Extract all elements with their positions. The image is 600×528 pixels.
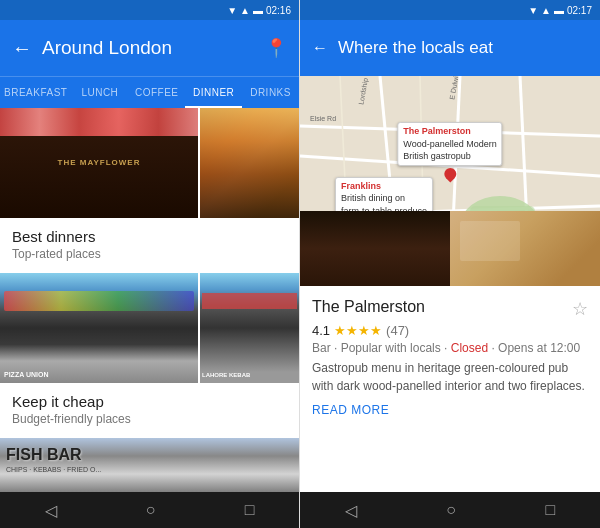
franklins-name: Franklins <box>341 180 427 193</box>
right-panel: ▼ ▲ ▬ 02:17 ← Where the locals eat <box>300 0 600 528</box>
read-more-button[interactable]: Read more <box>312 403 588 417</box>
keep-it-cheap-subtitle: Budget-friendly places <box>12 412 287 426</box>
right-status-icons: ▼ ▲ ▬ 02:17 <box>528 5 592 16</box>
map-area[interactable]: Elsie Rd Lordship E Dulwich Rd E Dulwich… <box>300 76 600 286</box>
fish-bar-images: FISH BAR CHIPS · KEBABS · FRIED O... <box>0 438 299 492</box>
bookmark-icon[interactable]: ☆ <box>572 298 588 320</box>
fish-bar-image: FISH BAR CHIPS · KEBABS · FRIED O... <box>0 438 299 492</box>
right-nav-back-icon[interactable]: ◁ <box>345 501 357 520</box>
rating-number: 4.1 <box>312 323 330 338</box>
best-dinners-title: Best dinners <box>12 228 287 245</box>
tab-lunch[interactable]: LUNCH <box>71 77 128 108</box>
map-image-left <box>300 211 450 286</box>
left-status-icons: ▼ ▲ ▬ 02:16 <box>227 5 291 16</box>
left-back-button[interactable]: ← <box>12 37 32 60</box>
location-pin-icon[interactable]: 📍 <box>265 37 287 59</box>
left-bottom-nav: ◁ ○ □ <box>0 492 299 528</box>
right-wifi-icon: ▲ <box>541 5 551 16</box>
right-signal-icon: ▼ <box>528 5 538 16</box>
tab-coffee[interactable]: COFFEE <box>128 77 185 108</box>
best-dinners-text: Best dinners Top-rated places <box>0 218 299 271</box>
tab-drinks[interactable]: DRINKS <box>242 77 299 108</box>
card-title: The Palmerston <box>312 298 425 316</box>
palmerston-label: The Palmerston Wood-panelled ModernBriti… <box>397 122 502 166</box>
left-nav-square-icon[interactable]: □ <box>245 501 255 519</box>
keep-it-cheap-section[interactable]: PIZZA UNION LAHORE KEBAB Keep it cheap B… <box>0 273 299 436</box>
left-header: ← Around London 📍 <box>0 20 299 76</box>
left-panel: ▼ ▲ ▬ 02:16 ← Around London 📍 BREAKFAST … <box>0 0 300 528</box>
right-back-button[interactable]: ← <box>312 39 328 57</box>
map-bottom-image <box>300 211 600 286</box>
card-title-row: The Palmerston ☆ <box>312 298 588 320</box>
tab-dinner[interactable]: DINNER <box>185 77 242 108</box>
keep-it-cheap-text: Keep it cheap Budget-friendly places <box>0 383 299 436</box>
review-count: (47) <box>386 323 409 338</box>
lahore-kebab-image: LAHORE KEBAB <box>200 273 299 383</box>
right-battery-icon: ▬ <box>554 5 564 16</box>
wifi-icon: ▲ <box>240 5 250 16</box>
svg-text:Elsie Rd: Elsie Rd <box>310 115 336 122</box>
card-type: Bar · Popular with locals · Closed · Ope… <box>312 341 588 355</box>
place-type: Bar · Popular with locals · <box>312 341 451 355</box>
map-image-right <box>450 211 600 286</box>
card-description: Gastropub menu in heritage green-coloure… <box>312 359 588 395</box>
right-status-bar: ▼ ▲ ▬ 02:17 <box>300 0 600 20</box>
left-header-title: Around London <box>42 37 255 59</box>
palmerston-pin-dot <box>442 165 459 182</box>
tab-bar: BREAKFAST LUNCH COFFEE DINNER DRINKS <box>0 76 299 108</box>
left-content: THE MAYFLOWER Best dinners Top-rated pla… <box>0 108 299 492</box>
right-header: ← Where the locals eat <box>300 20 600 76</box>
star-rating: ★★★★ <box>334 323 382 338</box>
right-bottom-nav: ◁ ○ □ <box>300 492 600 528</box>
pizza-union-image: PIZZA UNION <box>0 273 198 383</box>
left-nav-home-icon[interactable]: ○ <box>146 501 156 519</box>
closed-status: Closed <box>451 341 488 355</box>
left-status-bar: ▼ ▲ ▬ 02:16 <box>0 0 299 20</box>
best-dinners-images: THE MAYFLOWER <box>0 108 299 218</box>
right-header-title: Where the locals eat <box>338 38 588 58</box>
right-time: 02:17 <box>567 5 592 16</box>
mayflower-image: THE MAYFLOWER <box>0 108 198 218</box>
palmerston-pin[interactable]: The Palmerston Wood-panelled ModernBriti… <box>397 122 502 180</box>
best-dinners-section[interactable]: THE MAYFLOWER Best dinners Top-rated pla… <box>0 108 299 271</box>
fish-bar-section[interactable]: FISH BAR CHIPS · KEBABS · FRIED O... <box>0 438 299 492</box>
left-nav-back-icon[interactable]: ◁ <box>45 501 57 520</box>
opens-time: · Opens at 12:00 <box>488 341 580 355</box>
right-nav-home-icon[interactable]: ○ <box>446 501 456 519</box>
detail-card: The Palmerston ☆ 4.1 ★★★★ (47) Bar · Pop… <box>300 286 600 492</box>
battery-icon: ▬ <box>253 5 263 16</box>
palmerston-name: The Palmerston <box>403 125 496 138</box>
keep-it-cheap-title: Keep it cheap <box>12 393 287 410</box>
left-time: 02:16 <box>266 5 291 16</box>
best-dinners-subtitle: Top-rated places <box>12 247 287 261</box>
right-nav-square-icon[interactable]: □ <box>546 501 556 519</box>
signal-icon: ▼ <box>227 5 237 16</box>
rating-row: 4.1 ★★★★ (47) <box>312 323 588 338</box>
restaurant-interior-image <box>200 108 299 218</box>
palmerston-desc: Wood-panelled ModernBritish gastropub <box>403 139 496 162</box>
keep-it-cheap-images: PIZZA UNION LAHORE KEBAB <box>0 273 299 383</box>
tab-breakfast[interactable]: BREAKFAST <box>0 77 71 108</box>
